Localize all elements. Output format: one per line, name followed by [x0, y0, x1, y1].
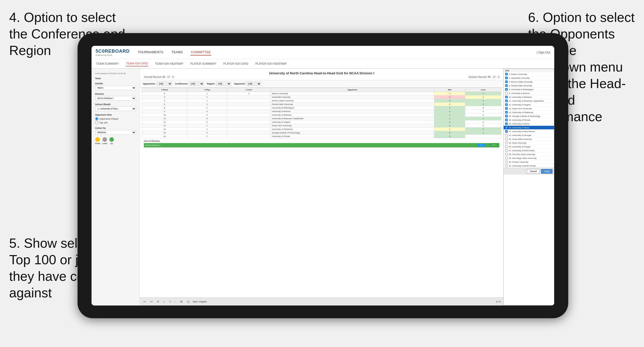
- dropdown-item[interactable]: 31. University of North Florida: [504, 164, 554, 168]
- sub-nav-player-h2h-grid[interactable]: PLAYER H2H GRID: [223, 61, 249, 66]
- cell-reg: 3: [187, 110, 227, 113]
- tablet-device: 5C0REBOARD Powered by Scout TOURNAMENTS …: [78, 33, 568, 318]
- cell-rank: 6: [142, 103, 187, 106]
- dropdown-item[interactable]: 21. University of New Mexico: [504, 130, 554, 133]
- sub-nav-player-summary[interactable]: PLAYER SUMMARY: [190, 61, 217, 66]
- overall-record: Overall Record: 89 - 17 - 0: [144, 76, 174, 78]
- dropdown-item[interactable]: 18. University of Illinois: [504, 122, 554, 126]
- dropdown-item[interactable]: 8. University of Washington: [504, 88, 554, 91]
- dropdown-item[interactable]: 11. University of Arkansas, Fayetteville: [504, 99, 554, 103]
- th-conf: # Conf: [227, 88, 271, 92]
- opponent-filter-select[interactable]: (All): [246, 82, 261, 86]
- ncaa-div2-label: NCAA Division II: [145, 144, 472, 146]
- cell-reg: 4: [187, 131, 227, 135]
- home-button[interactable]: ⌂: [162, 299, 166, 304]
- cell-win: 1: [434, 117, 465, 120]
- region-filter-select[interactable]: (All): [216, 82, 231, 86]
- cell-win: 3: [434, 113, 465, 117]
- report-header: University of North Carolina Head-to-Hea…: [140, 69, 503, 80]
- dropdown-item[interactable]: 6. Florida State University: [504, 84, 554, 88]
- table-row: 10 5 University of Alabama 3 0: [142, 113, 501, 117]
- gender-label: Gender: [95, 82, 136, 85]
- dropdown-item[interactable]: 20. University of Texas: [504, 126, 554, 130]
- cell-loss: 0: [465, 106, 501, 110]
- refresh-button[interactable]: ↺: [156, 299, 160, 304]
- dropdown-item[interactable]: 4. Arizona State University: [504, 80, 554, 84]
- dropdown-item[interactable]: 22. University of Georgia: [504, 133, 554, 137]
- cell-loss: [465, 135, 501, 138]
- nav-teams[interactable]: TEAMS: [171, 49, 183, 55]
- team-label: Team: [95, 77, 136, 80]
- cell-win: 0: [434, 95, 465, 99]
- cell-rank: 13: [142, 124, 187, 128]
- zoom-out-button[interactable]: -: [174, 299, 177, 304]
- dropdown-item[interactable]: 14. University of Oklahoma: [504, 110, 554, 114]
- cell-win: 4: [434, 103, 465, 106]
- dropdown-item[interactable]: 25. University of Oregon: [504, 145, 554, 149]
- cell-reg: 1: [187, 124, 227, 128]
- logo-area: 5C0REBOARD Powered by Scout: [96, 49, 130, 56]
- dropdown-item[interactable]: 3. Vanderbilt University: [504, 76, 554, 80]
- conference-filter-select[interactable]: (All): [189, 82, 204, 86]
- cell-reg: 1: [187, 92, 227, 95]
- opponent-dropdown-panel[interactable]: (All) 2. Auburn University 3. Vanderbilt…: [503, 69, 554, 306]
- nav-committee[interactable]: COMMITTEE: [190, 49, 211, 55]
- colour-by-select[interactable]: Win/loss: [95, 130, 136, 135]
- redo-button[interactable]: ↪: [149, 299, 154, 304]
- dropdown-item[interactable]: 24. Duke University: [504, 141, 554, 145]
- table-row: 16 2 University of Florida 5: [142, 135, 501, 138]
- legend: Down Level Up: [95, 137, 136, 145]
- cell-reg: 2: [187, 103, 227, 106]
- cell-rank: 11: [142, 117, 187, 120]
- school-section: School (Rank) 1. University of Nort...: [95, 103, 136, 111]
- cell-conf: [227, 110, 271, 113]
- filter-row: Opponents: (All) Conference (All) Region: [140, 80, 503, 88]
- dropdown-item[interactable]: 12. University of Virginia: [504, 103, 554, 107]
- zoom-in-button[interactable]: +: [168, 299, 172, 304]
- clock-button[interactable]: ◷: [186, 299, 190, 304]
- school-select[interactable]: 1. University of Nort...: [95, 106, 136, 111]
- cancel-button[interactable]: Cancel: [527, 169, 540, 174]
- cell-rank: 2: [142, 92, 187, 95]
- dropdown-item[interactable]: 16. University of Florida: [504, 118, 554, 122]
- sub-nav-team-h2h-grid[interactable]: TEAM H2H GRID: [126, 61, 148, 66]
- sign-out[interactable]: | Sign Out: [537, 51, 550, 54]
- dropdown-item[interactable]: 10. University of Alabama: [504, 95, 554, 99]
- dropdown-item[interactable]: 23. Texas A&M University: [504, 137, 554, 141]
- nav-tournaments[interactable]: TOURNAMENTS: [137, 49, 164, 55]
- table-row: 9 3 University of Arizona 1 0: [142, 110, 501, 113]
- dropdown-item[interactable]: 15. Georgia Institute of Technology: [504, 114, 554, 118]
- bottom-toolbar: ↩ ↪ ↺ ⌂ + - ⚙ ◷ View: Original ⊕ W: [140, 297, 503, 306]
- dropdown-item[interactable]: 30. Purdue University: [504, 160, 554, 164]
- radio-opponents-played[interactable]: Opponents Played: [95, 117, 136, 120]
- dropdown-item[interactable]: 2. Auburn University: [504, 72, 554, 76]
- dropdown-item[interactable]: 29. San Diego State University: [504, 156, 554, 160]
- gender-select[interactable]: Men's: [95, 86, 136, 90]
- table-row: 12 3 University of Virginia 2 0: [142, 120, 501, 124]
- division-select[interactable]: NCAA Division I: [95, 96, 136, 101]
- opponents-filter-select[interactable]: (All): [157, 82, 172, 86]
- cell-win: 1: [434, 106, 465, 110]
- settings-button[interactable]: ⚙: [179, 299, 184, 304]
- cell-reg: 6: [187, 117, 227, 120]
- legend-level-icon: [102, 137, 107, 142]
- dropdown-item[interactable]: 27. University of Notre Dame: [504, 149, 554, 152]
- dropdown-item[interactable]: 13. Texas Tech University: [504, 107, 554, 110]
- cell-opponent: Auburn University: [271, 92, 434, 95]
- cell-loss: 1: [465, 99, 501, 103]
- cell-loss: 2: [465, 103, 501, 106]
- undo-button[interactable]: ↩: [142, 299, 147, 304]
- dropdown-header: (All): [504, 69, 554, 72]
- dropdown-item[interactable]: 9. University of Arizona: [504, 91, 554, 95]
- apply-button[interactable]: Apply: [541, 169, 552, 174]
- legend-up: Up: [109, 137, 114, 145]
- radio-top100[interactable]: Top 100: [95, 121, 136, 124]
- dropdown-item[interactable]: 28. The Ohio State University: [504, 152, 554, 156]
- table-row: 8 2 University of Washington 1 0: [142, 106, 501, 110]
- school-label: School (Rank): [95, 103, 136, 106]
- sub-nav-player-h2h-heatmap[interactable]: PLAYER H2H HEATMAP: [255, 61, 287, 66]
- cell-opponent: Arizona State University: [271, 99, 434, 103]
- sub-nav-team-summary[interactable]: TEAM SUMMARY: [96, 61, 119, 66]
- table-row: 11 6 University of Arkansas, Fayettevill…: [142, 117, 501, 120]
- sub-nav-team-h2h-heatmap[interactable]: TEAM H2H HEATMAP: [155, 61, 184, 66]
